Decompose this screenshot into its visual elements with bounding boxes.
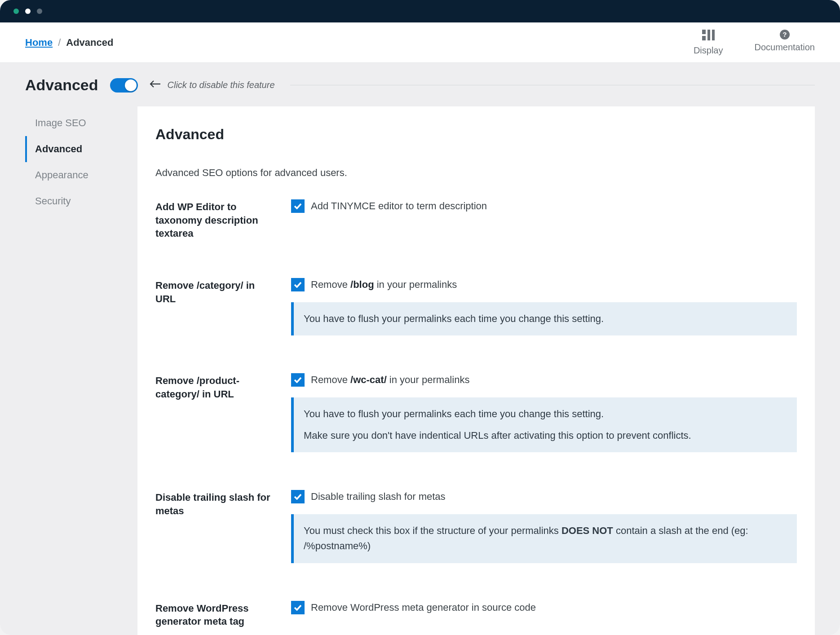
panel-heading: Advanced bbox=[155, 126, 797, 143]
display-button[interactable]: Display bbox=[694, 30, 723, 56]
panel-description: Advanced SEO options for advanced users. bbox=[155, 167, 797, 179]
checkbox-label: Disable trailing slash for metas bbox=[311, 491, 446, 503]
checkbox-remove-product-category[interactable] bbox=[291, 373, 305, 387]
sidebar-item-appearance[interactable]: Appearance bbox=[25, 162, 124, 188]
page-header: Advanced Click to disable this feature bbox=[25, 76, 815, 94]
traffic-dot-3[interactable] bbox=[37, 9, 42, 14]
checkbox-remove-generator[interactable] bbox=[291, 601, 305, 614]
checkbox-label: Remove WordPress meta generator in sourc… bbox=[311, 602, 536, 613]
dashboard-icon bbox=[702, 30, 715, 43]
checkbox-label: Remove /wc-cat/ in your permalinks bbox=[311, 374, 469, 386]
notice-text: You must check this box if the structure… bbox=[304, 523, 787, 554]
settings-panel: Advanced Advanced SEO options for advanc… bbox=[137, 106, 815, 635]
breadcrumb: Home / Advanced bbox=[25, 37, 113, 49]
help-icon: ? bbox=[780, 30, 790, 40]
page-title: Advanced bbox=[25, 76, 98, 94]
traffic-dot-1[interactable] bbox=[13, 9, 19, 14]
breadcrumb-current: Advanced bbox=[66, 37, 113, 49]
sidebar-item-security[interactable]: Security bbox=[25, 188, 124, 214]
sidebar-item-advanced[interactable]: Advanced bbox=[25, 136, 124, 162]
checkbox-label: Add TINYMCE editor to term description bbox=[311, 200, 487, 212]
notice-text: Make sure you don't have indentical URLs… bbox=[304, 428, 787, 443]
setting-remove-generator: Remove WordPress generator meta tag Remo… bbox=[155, 601, 797, 628]
checkbox-remove-category[interactable] bbox=[291, 278, 305, 291]
checkbox-label: Remove /blog in your permalinks bbox=[311, 279, 457, 291]
setting-label: Remove /category/ in URL bbox=[155, 278, 278, 335]
display-label: Display bbox=[694, 45, 723, 56]
notice: You have to flush your permalinks each t… bbox=[291, 302, 797, 335]
documentation-label: Documentation bbox=[754, 42, 815, 53]
setting-remove-category: Remove /category/ in URL Remove /blog in… bbox=[155, 278, 797, 335]
documentation-button[interactable]: ? Documentation bbox=[754, 30, 815, 53]
setting-label: Add WP Editor to taxonomy description te… bbox=[155, 199, 278, 240]
window-titlebar bbox=[0, 0, 840, 22]
disable-hint-text: Click to disable this feature bbox=[168, 80, 275, 90]
breadcrumb-home-link[interactable]: Home bbox=[25, 37, 53, 49]
setting-label: Remove /product-category/ in URL bbox=[155, 373, 278, 452]
notice: You must check this box if the structure… bbox=[291, 514, 797, 563]
disable-hint: Click to disable this feature bbox=[150, 80, 275, 90]
sidebar-item-image-seo[interactable]: Image SEO bbox=[25, 110, 124, 136]
feature-toggle[interactable] bbox=[110, 78, 138, 93]
setting-wp-editor: Add WP Editor to taxonomy description te… bbox=[155, 199, 797, 240]
setting-remove-product-category: Remove /product-category/ in URL Remove … bbox=[155, 373, 797, 452]
notice-text: You have to flush your permalinks each t… bbox=[304, 406, 787, 422]
setting-trailing-slash: Disable trailing slash for metas Disable… bbox=[155, 490, 797, 563]
svg-rect-0 bbox=[702, 30, 706, 34]
topbar: Home / Advanced Display ? Documentation bbox=[0, 22, 840, 63]
header-divider bbox=[290, 85, 815, 85]
traffic-dot-2[interactable] bbox=[25, 9, 31, 14]
setting-label: Disable trailing slash for metas bbox=[155, 490, 278, 563]
notice-text: You have to flush your permalinks each t… bbox=[304, 311, 787, 326]
checkbox-trailing-slash[interactable] bbox=[291, 490, 305, 503]
svg-rect-3 bbox=[712, 30, 715, 40]
sidebar: Image SEO Advanced Appearance Security bbox=[25, 106, 124, 214]
breadcrumb-sep: / bbox=[58, 37, 61, 49]
arrow-left-icon bbox=[150, 80, 161, 90]
svg-rect-2 bbox=[707, 30, 710, 40]
setting-label: Remove WordPress generator meta tag bbox=[155, 601, 278, 628]
notice: You have to flush your permalinks each t… bbox=[291, 397, 797, 452]
checkbox-wp-editor[interactable] bbox=[291, 199, 305, 213]
svg-rect-1 bbox=[702, 36, 706, 40]
